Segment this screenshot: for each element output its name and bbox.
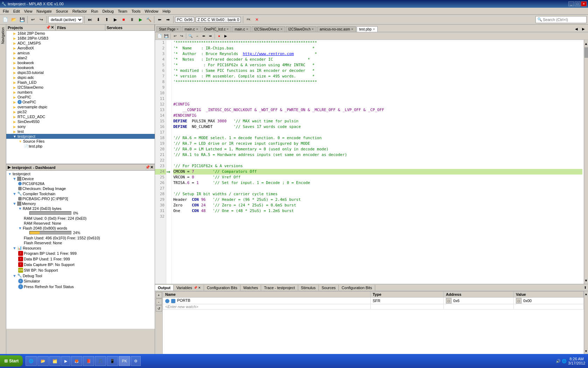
dash-device[interactable]: ▼ Device — [7, 176, 154, 181]
output-tab-sources[interactable]: Sources — [319, 285, 339, 291]
editor-back-btn[interactable]: ⬅ — [201, 33, 207, 39]
dash-debug-tool[interactable]: ▼ 🔧 Debug Tool — [7, 273, 154, 278]
dash-compiler[interactable]: ▼ 🔧 Compiler Toolchain — [7, 191, 154, 196]
tab-onepic-lcd[interactable]: OnePIC_lcd.c ✕ — [202, 26, 232, 32]
output-scroll-down[interactable]: ▼ — [584, 348, 588, 354]
debug-run-cursor-btn[interactable]: ▶ — [223, 33, 229, 39]
tab-close-start[interactable]: ✕ — [176, 28, 179, 31]
tree-item-16bit28pin[interactable]: ▶16Bit 28Pin USB3 — [6, 36, 155, 41]
output-tab-config-bits-1[interactable]: Configuration Bits — [204, 285, 240, 291]
tab-close-main1[interactable]: ✕ — [196, 28, 198, 31]
variables-pin[interactable]: 📌 — [194, 286, 197, 289]
pickit-icon[interactable]: PK — [245, 16, 252, 23]
scrollbar-track[interactable] — [584, 58, 588, 277]
tab-amicus[interactable]: amicus-no-osc.asm ✕ — [317, 26, 356, 32]
tree-item-amicus[interactable]: ▶amicus — [6, 50, 155, 55]
projects-header-pin[interactable]: 📌 — [46, 25, 51, 30]
editor-new-btn[interactable]: 📄 — [156, 33, 163, 39]
editor-forward-btn[interactable]: ➡ — [207, 33, 214, 39]
dash-checksum[interactable]: Checksum: Debug Image — [7, 186, 154, 191]
menu-window[interactable]: Window — [142, 8, 160, 14]
tab-main-c-2[interactable]: main.c ✕ — [232, 26, 251, 32]
search-box[interactable]: 🔍 — [536, 16, 587, 23]
dashboard-close[interactable]: ✕ — [150, 165, 153, 170]
tab-i2cslave-drv[interactable]: I2CSlaveDrv.h ✕ — [286, 26, 317, 32]
tree-item-sony[interactable]: ▶sony — [6, 124, 155, 129]
dash-compiler-name[interactable]: PICBASIC-PRO [C:\PBP3] — [7, 196, 154, 201]
scroll-up-btn[interactable]: ▲ — [584, 40, 588, 47]
tab-main-c-1[interactable]: main.c ✕ — [182, 26, 201, 32]
stop-debug-btn[interactable]: ✕ — [253, 16, 261, 23]
editor-scrollbar[interactable]: ▲ ▼ — [584, 40, 588, 284]
nav-projects[interactable]: Navigation — [1, 26, 5, 45]
scrollbar-thumb[interactable] — [584, 47, 588, 58]
editor-goto-btn[interactable]: → — [194, 33, 200, 39]
taskbar-folder[interactable]: 🗂️ — [49, 356, 61, 366]
dashboard-pin[interactable]: 📌 — [145, 165, 150, 170]
undo-btn[interactable]: ↩ — [29, 16, 37, 23]
tree-item-simdev[interactable]: ▶SimDev4550 — [6, 119, 155, 124]
output-scrollbar[interactable]: ▲ ▼ — [584, 291, 588, 354]
run-btn[interactable]: ▶ — [136, 16, 144, 23]
save-btn[interactable]: 💾 — [18, 16, 26, 23]
new-project-btn[interactable]: 📄 — [1, 16, 9, 23]
import-btn[interactable]: ⬅ — [156, 16, 163, 23]
tree-item-testproject[interactable]: ▼testproject — [6, 134, 155, 139]
taskbar-winamp[interactable]: 🎵 — [95, 356, 106, 366]
output-tab-output[interactable]: Output — [155, 285, 174, 291]
dash-flash[interactable]: ▼ Flash 2048 (0x800) words — [7, 226, 154, 231]
taskbar-acrobat[interactable]: 📕 — [83, 356, 94, 366]
tree-item-testpbp[interactable]: 📄test.pbp — [6, 144, 155, 149]
output-scroll-icon[interactable]: ⬆ — [584, 286, 587, 289]
tree-item-rtc[interactable]: ▶RTC_LED_ADC — [6, 114, 155, 119]
tree-item-dspicadc[interactable]: ▶dspic-adc — [6, 75, 155, 80]
menu-navigate[interactable]: Navigate — [34, 8, 54, 14]
editor-save-btn[interactable]: 💾 — [163, 33, 169, 39]
watch-row-new[interactable]: <Enter new watch> — [163, 304, 584, 309]
tree-item-16bit28p[interactable]: ▶16bit 28P Demo — [6, 31, 155, 36]
open-btn[interactable]: 📂 — [10, 16, 18, 23]
menu-edit[interactable]: Edit — [11, 8, 22, 14]
taskbar-pickit[interactable]: PK — [119, 356, 130, 366]
editor-redo-btn[interactable]: ↪ — [178, 33, 185, 39]
tab-close-i2cdrv[interactable]: ✕ — [312, 28, 314, 31]
code-container[interactable]: 1 2 3 4 5 6 7 8 9 10 11 12 13 14 15 16 1 — [155, 40, 588, 284]
add-watch-btn[interactable]: + — [156, 292, 162, 298]
value-edit-btn[interactable]: □ — [516, 298, 522, 304]
tab-close-test[interactable]: ✕ — [373, 28, 375, 31]
output-tab-stimulus[interactable]: Stimulus — [298, 285, 319, 291]
output-tab-trace[interactable]: Trace - testproject — [261, 285, 298, 291]
dash-root[interactable]: ▼ testproject — [7, 171, 154, 176]
tree-item-oversample[interactable]: ▶oversample dspic — [6, 104, 155, 109]
tab-close-main2[interactable]: ✕ — [246, 28, 248, 31]
output-tab-config-bits-2[interactable]: Configuration Bits — [339, 285, 375, 291]
search-input[interactable] — [543, 18, 585, 22]
debug-into-btn[interactable]: ⬇ — [94, 16, 102, 23]
tree-item-onepic2[interactable]: ▶ i OnePIC — [6, 100, 155, 104]
tab-i2cslave-drive[interactable]: I2CSlaveDrive.c ✕ — [252, 26, 285, 32]
debug-run-btn[interactable]: ▶ — [111, 16, 119, 23]
tree-item-adc[interactable]: ▶ADC_1MSPS — [6, 41, 155, 46]
tab-close-i2c[interactable]: ✕ — [280, 28, 283, 31]
tab-test-pbp[interactable]: test.pbp ✕ — [357, 26, 378, 32]
menu-tools[interactable]: Tools — [130, 8, 143, 14]
output-tab-watches[interactable]: Watches — [240, 285, 261, 291]
stop-btn[interactable]: ■ — [120, 16, 127, 23]
build-btn[interactable]: 🔨 — [145, 16, 153, 23]
debug-out-btn[interactable]: ⬆ — [103, 16, 111, 23]
taskbar-explorer[interactable]: 📂 — [37, 356, 49, 366]
project-selector[interactable]: default (active) — [48, 16, 83, 23]
output-tab-variables[interactable]: Variables 📌 ✕ — [174, 285, 204, 291]
menu-debug[interactable]: Debug — [100, 8, 115, 14]
tree-item-flashled[interactable]: ▶Flash_LED — [6, 80, 155, 85]
tree-item-sourcefiles[interactable]: ▼Source Files — [6, 139, 155, 144]
pause-btn[interactable]: ⏸ — [128, 16, 136, 23]
dash-memory[interactable]: ▼ Memory — [7, 201, 154, 206]
debug-step-btn[interactable]: ⏭ — [86, 16, 94, 23]
output-scroll-up[interactable]: ▲ — [584, 291, 588, 297]
dash-ram[interactable]: ▼ RAM 224 (0xE0) bytes — [7, 206, 154, 211]
tree-item-bookwork2[interactable]: ▶bookwork — [6, 65, 155, 70]
taskbar-ie[interactable]: 🌐 — [26, 356, 37, 366]
remove-watch-btn[interactable]: - — [156, 299, 162, 305]
tree-item-pic32[interactable]: ▶pic32 — [6, 109, 155, 114]
